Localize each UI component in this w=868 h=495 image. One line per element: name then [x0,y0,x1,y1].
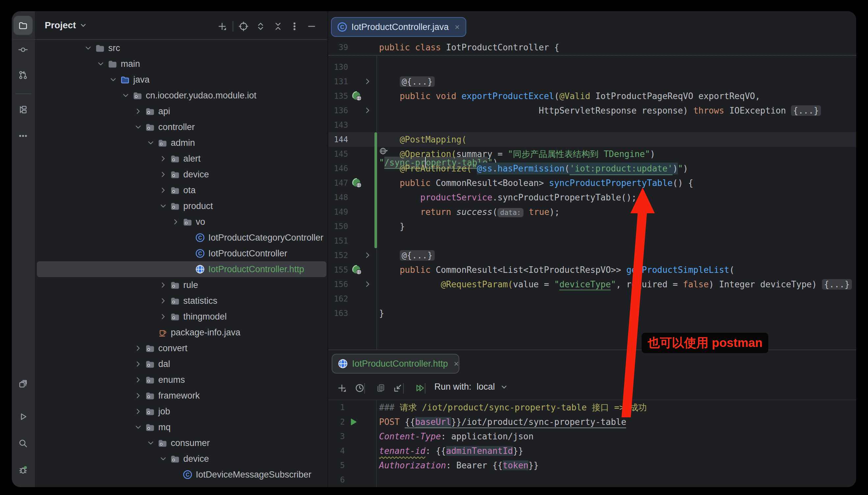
tree-item-device[interactable]: device [35,451,328,467]
more-icon[interactable] [14,126,33,146]
tree-item-admin[interactable]: admin [35,135,328,151]
tree-item-cn.iocoder.yudao.module.iot[interactable]: cn.iocoder.yudao.module.iot [35,88,328,103]
locate-icon[interactable] [237,20,250,33]
tree-item-main[interactable]: main [35,56,328,72]
tree-item-IotDeviceMessageSubscriber[interactable]: CIotDeviceMessageSubscriber [35,467,328,482]
tree-item-thingmodel[interactable]: thingmodel [35,309,328,325]
tree-item-package-info.java[interactable]: package-info.java [35,325,328,340]
openapi-gutter-icon[interactable] [351,264,362,275]
fold-arrow-icon[interactable] [363,280,372,289]
chevron-down-icon[interactable] [121,91,130,100]
chevron-right-icon[interactable] [171,218,180,226]
windows-icon[interactable] [14,374,33,393]
openapi-gutter-icon[interactable] [351,91,362,101]
tree-item-java[interactable]: java [35,72,328,88]
tree-item-enums[interactable]: enums [35,372,328,388]
chevron-down-icon[interactable] [159,455,168,463]
tree-item-api[interactable]: api [35,103,328,119]
code-line[interactable]: public CommonResult<Boolean> syncProduct… [379,176,693,190]
fold-arrow-icon[interactable] [363,251,372,260]
code-line[interactable]: public CommonResult<List<IotProductRespV… [379,263,734,277]
fold-arrow-icon[interactable] [363,77,372,86]
code-line[interactable]: } [379,306,384,321]
code-line[interactable]: return success(data: true); [379,205,560,219]
add-icon[interactable] [216,20,228,33]
chevron-down-icon[interactable] [146,139,155,147]
chevron-down-icon[interactable] [97,59,105,68]
code-line[interactable]: } [379,219,405,234]
chevron-down-icon[interactable] [84,44,92,52]
pull-requests-icon[interactable] [14,66,33,85]
tree-item-mq[interactable]: mq [35,419,328,435]
more-vertical-icon[interactable] [288,20,301,33]
chevron-right-icon[interactable] [134,107,142,116]
expand-all-icon[interactable] [254,20,267,33]
debug-icon[interactable] [14,460,33,479]
tree-item-ota[interactable]: ota [35,182,328,198]
chevron-down-icon[interactable] [109,75,118,84]
chevron-right-icon[interactable] [159,186,168,194]
tree-item-controller[interactable]: controller [35,119,328,135]
chevron-down-icon[interactable] [134,423,142,431]
search-icon[interactable] [14,434,33,453]
add-icon[interactable] [336,382,348,394]
fold-arrow-icon[interactable] [363,106,372,115]
close-icon[interactable]: × [454,359,459,369]
http-code-line[interactable]: Content-Type: application/json [379,429,534,444]
hide-icon[interactable] [305,20,318,33]
tree-item-dal[interactable]: dal [35,356,328,372]
tree-item-job[interactable]: job [35,404,328,419]
tree-item-IotProductCategoryController[interactable]: CIotProductCategoryController [35,230,328,245]
chevron-right-icon[interactable] [134,376,142,384]
http-code-line[interactable]: ### 请求 /iot/product/sync-property-table … [379,400,646,415]
chevron-down-icon[interactable] [146,439,155,447]
tree-item-convert[interactable]: convert [35,340,328,356]
code-editor[interactable]: C IotProductController.java × 39public c… [328,11,856,350]
openapi-gutter-icon[interactable] [351,178,362,188]
editor-tab-http[interactable]: IotProductController.http × [332,354,459,374]
project-folder-icon[interactable] [14,16,33,35]
run-icon[interactable] [14,407,33,426]
tree-item-src[interactable]: src [35,40,328,56]
copy-icon[interactable] [375,382,387,394]
code-line[interactable]: @PreAuthorize("@ss.hasPermission('iot:pr… [379,161,688,176]
chevron-down-icon[interactable] [159,202,168,210]
chevron-down-icon[interactable] [134,123,142,131]
chevron-right-icon[interactable] [134,360,142,368]
tree-item-consumer[interactable]: consumer [35,435,328,451]
structure-icon[interactable] [14,100,33,119]
run-all-icon[interactable] [413,382,426,394]
tree-item-device[interactable]: device [35,167,328,182]
tree-item-framework[interactable]: framework [35,388,328,404]
http-code-line[interactable]: Authorization: Bearer {{token}} [379,458,539,473]
project-view-selector[interactable]: Project [45,11,87,39]
tree-item-vo[interactable]: vo [35,214,328,230]
code-line[interactable]: @PostMapping("/sync-property-table") [379,132,498,147]
tree-item-IotProductController[interactable]: CIotProductController [35,245,328,261]
tree-item-IotProductController.http[interactable]: IotProductController.http [35,261,328,277]
collapse-all-icon[interactable] [272,20,284,33]
chevron-right-icon[interactable] [134,407,142,416]
run-with-selector[interactable]: Run with: local [434,382,508,392]
http-code-line[interactable]: tenant-id: {{adminTenantId}} [379,444,523,458]
editor-tab-java[interactable]: C IotProductController.java × [331,17,466,37]
chevron-right-icon[interactable] [134,344,142,353]
tree-item-statistics[interactable]: statistics [35,293,328,309]
chevron-right-icon[interactable] [159,312,168,321]
code-line[interactable]: @{...} [379,248,435,263]
tree-item-alert[interactable]: alert [35,151,328,167]
tree-item-rule[interactable]: rule [35,277,328,293]
chevron-right-icon[interactable] [159,170,168,179]
code-line[interactable]: @Operation(summary = "同步产品属性表结构到 TDengin… [379,147,655,161]
partial-circle-icon[interactable] [14,481,33,487]
http-code-line[interactable]: POST {{baseUrl}}/iot/product/sync-proper… [379,415,626,429]
run-request-icon[interactable] [349,417,358,427]
code-line[interactable]: @RequestParam(value = "deviceType", requ… [379,277,852,292]
open-log-icon[interactable] [392,382,404,394]
chevron-right-icon[interactable] [159,296,168,305]
code-line[interactable]: HttpServletResponse response) throws IOE… [379,103,821,118]
close-icon[interactable]: × [455,22,460,32]
chevron-right-icon[interactable] [159,281,168,289]
code-line[interactable]: @{...} [379,74,435,89]
tree-item-product[interactable]: product [35,198,328,214]
